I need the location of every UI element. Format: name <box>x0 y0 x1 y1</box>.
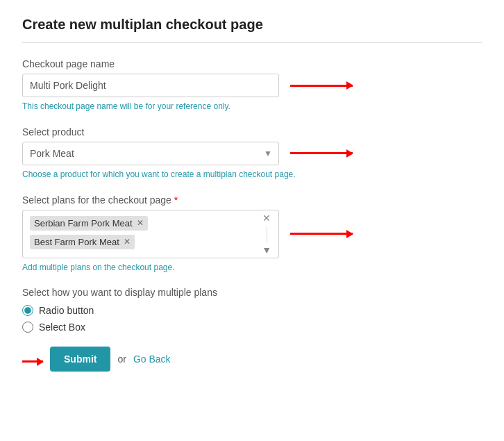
product-select-wrapper: Pork Meat Beef Meat Chicken Meat ▼ <box>22 142 279 165</box>
select-product-row: Pork Meat Beef Meat Chicken Meat ▼ <box>22 142 482 165</box>
radio-button-select[interactable] <box>22 322 33 333</box>
product-select[interactable]: Pork Meat Beef Meat Chicken Meat <box>22 142 279 165</box>
select-product-hint: Choose a product for which you want to c… <box>22 169 482 181</box>
select-plans-group: Select plans for the checkout page * Ser… <box>22 194 482 274</box>
tag-remove-button[interactable]: ✕ <box>137 219 144 227</box>
tag-remove-button[interactable]: ✕ <box>124 238 131 246</box>
required-marker: * <box>174 194 178 206</box>
display-label: Select how you want to display multiple … <box>22 287 482 298</box>
dropdown-toggle-button[interactable]: ▼ <box>260 244 273 256</box>
radio-option-select: Select Box <box>22 322 482 333</box>
select-plans-row: Serbian Farm Pork Meat ✕ Best Farm Pork … <box>22 210 482 258</box>
page-title: Create new multiplan checkout page <box>22 17 482 33</box>
tag-label: Serbian Farm Pork Meat <box>34 218 133 228</box>
checkout-name-label: Checkout page name <box>22 58 482 69</box>
checkout-name-group: Checkout page name This checkout page na… <box>22 58 482 113</box>
tag-label: Best Farm Pork Meat <box>34 237 119 247</box>
list-item: Serbian Farm Pork Meat ✕ <box>30 216 148 231</box>
select-product-group: Select product Pork Meat Beef Meat Chick… <box>22 126 482 181</box>
list-item: Best Farm Pork Meat ✕ <box>30 235 135 249</box>
arrow-plans <box>290 233 353 235</box>
go-back-link[interactable]: Go Back <box>133 353 171 365</box>
checkout-name-hint: This checkout page name will be for your… <box>22 101 482 113</box>
or-text: or <box>117 353 126 365</box>
select-box-label: Select Box <box>39 322 85 333</box>
checkout-name-input[interactable] <box>22 74 279 97</box>
display-section: Select how you want to display multiple … <box>22 287 482 333</box>
submit-button[interactable]: Submit <box>50 347 110 372</box>
arrow-checkout-name <box>290 85 353 87</box>
radio-option-radio: Radio button <box>22 305 482 316</box>
clear-all-button[interactable]: ✕ <box>261 212 272 224</box>
checkout-name-row <box>22 74 482 97</box>
plans-hint: Add multiple plans on the checkout page. <box>22 262 482 274</box>
arrow-submit <box>22 353 43 365</box>
footer-row: Submit or Go Back <box>22 347 482 372</box>
select-plans-label: Select plans for the checkout page * <box>22 194 482 206</box>
multiselect-controls: ✕ ▼ <box>260 212 273 256</box>
radio-button-label: Radio button <box>39 305 94 316</box>
arrow-product <box>290 152 353 154</box>
controls-divider <box>267 226 267 242</box>
divider <box>22 42 482 43</box>
select-product-label: Select product <box>22 126 482 138</box>
radio-button-radio[interactable] <box>22 305 33 316</box>
plans-multiselect[interactable]: Serbian Farm Pork Meat ✕ Best Farm Pork … <box>22 210 279 258</box>
